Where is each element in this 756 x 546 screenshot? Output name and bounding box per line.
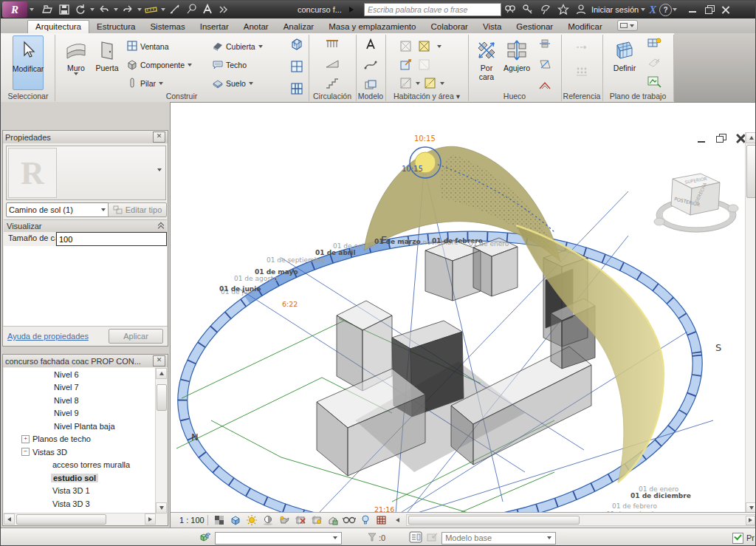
- tree-item-vistas-3d[interactable]: −Vistas 3D: [4, 446, 156, 459]
- tab-colaborar[interactable]: Colaborar: [423, 21, 475, 33]
- scroll-down-icon[interactable]: [156, 502, 167, 513]
- tree-item-nivel-planta-baja[interactable]: Nivel Planta baja: [4, 420, 156, 433]
- search-icon[interactable]: [501, 2, 519, 17]
- vertical-opening-icon[interactable]: [538, 58, 551, 73]
- worksets-icon[interactable]: [199, 531, 212, 545]
- modify-button[interactable]: Modificar: [13, 35, 44, 90]
- ribbon-state-toggle[interactable]: [617, 20, 638, 31]
- wall-button[interactable]: Muro: [61, 35, 91, 89]
- restore-button[interactable]: [704, 5, 715, 14]
- floor-button[interactable]: Suelo: [212, 75, 254, 92]
- window-button[interactable]: Ventana: [126, 38, 169, 55]
- search-input[interactable]: [364, 3, 501, 16]
- view-restore-button[interactable]: [715, 134, 727, 143]
- ref-point-icon[interactable]: [575, 66, 588, 81]
- analytical-model-icon[interactable]: [374, 513, 390, 527]
- ref-plane-icon[interactable]: [575, 42, 588, 55]
- press-drag-checkbox[interactable]: [732, 533, 743, 544]
- workplane-viewer-faded-icon[interactable]: [647, 57, 662, 70]
- help-caret-icon[interactable]: [673, 8, 677, 11]
- curtain-grid-icon[interactable]: [290, 60, 303, 76]
- temporary-hide-isolate-icon[interactable]: [341, 513, 357, 527]
- sync-icon[interactable]: [73, 2, 88, 17]
- tree-item-nivel-8[interactable]: Nivel 8: [4, 394, 156, 407]
- tree-item-nivel-7[interactable]: Nivel 7: [4, 381, 156, 395]
- redo-caret-icon[interactable]: [137, 8, 142, 11]
- panel-label-circulacion[interactable]: Circulación: [309, 91, 355, 102]
- favorites-star-icon[interactable]: [554, 2, 572, 17]
- text-icon[interactable]: [200, 2, 215, 17]
- measure-icon[interactable]: [144, 2, 159, 17]
- panel-label-hueco[interactable]: Hueco: [469, 91, 560, 102]
- tree-item-vista-3d-3[interactable]: Vista 3D 3: [4, 497, 156, 511]
- properties-help-link[interactable]: Ayuda de propiedades: [7, 332, 89, 341]
- apply-button[interactable]: Aplicar: [109, 329, 163, 344]
- sync-caret-icon[interactable]: [90, 8, 94, 11]
- expand-icon[interactable]: +: [21, 435, 30, 443]
- tab-sistemas[interactable]: Sistemas: [142, 21, 192, 33]
- app-menu-button[interactable]: R: [2, 1, 27, 18]
- shadows-icon[interactable]: [260, 513, 276, 527]
- view-cube[interactable]: SUPERIOR POSTERIOR DERECHA: [654, 174, 738, 232]
- view-vertical-scrollbar[interactable]: [745, 132, 756, 513]
- app-menu-caret-icon[interactable]: [30, 8, 34, 11]
- crop-view-icon[interactable]: [292, 513, 309, 527]
- sign-in-label[interactable]: Iniciar sesión: [591, 5, 639, 14]
- key-icon[interactable]: [519, 2, 537, 17]
- type-selector-preview[interactable]: R: [6, 146, 166, 200]
- scroll-up-icon[interactable]: [156, 368, 167, 379]
- tab-anotar[interactable]: Anotar: [236, 21, 276, 33]
- section-visualizar[interactable]: Visualizar: [4, 219, 167, 233]
- tag-icon[interactable]: [184, 2, 199, 17]
- properties-header[interactable]: Propiedades ✕: [3, 131, 168, 143]
- type-selector-caret-icon[interactable]: [157, 168, 162, 171]
- crop-region-icon[interactable]: [309, 513, 325, 527]
- view-scroll-up-icon[interactable]: [746, 132, 756, 143]
- shaft-button[interactable]: Agujero: [501, 35, 532, 89]
- toolbar-expand-icon[interactable]: [216, 2, 231, 17]
- design-option-combo[interactable]: Modelo base: [441, 532, 556, 545]
- area-boundary-icon[interactable]: [424, 77, 436, 91]
- tree-item-vista-3d-1[interactable]: Vista 3D 1: [4, 485, 156, 498]
- panel-label-plano-trabajo[interactable]: Plano de trabajo: [603, 91, 673, 102]
- view-scale[interactable]: 1 : 100: [179, 516, 205, 525]
- undo-icon[interactable]: [97, 2, 111, 17]
- tab-estructura[interactable]: Estructura: [89, 21, 142, 33]
- type-selector-combo[interactable]: Camino de sol (1): [6, 202, 109, 217]
- communication-icon[interactable]: [537, 2, 554, 17]
- scroll-left-icon[interactable]: [4, 513, 15, 525]
- selection-filter-icon[interactable]: [367, 532, 377, 544]
- view-h-thumb[interactable]: [408, 516, 580, 525]
- project-browser-close-icon[interactable]: ✕: [153, 355, 165, 366]
- scroll-thumb-h[interactable]: [16, 514, 106, 525]
- tree-item-estudio-sol[interactable]: estudio sol: [4, 471, 156, 485]
- door-button[interactable]: Puerta: [92, 35, 122, 89]
- redo-icon[interactable]: [120, 2, 135, 17]
- show-workplane-icon[interactable]: [647, 36, 662, 52]
- open-icon[interactable]: [41, 2, 55, 17]
- collapse-chevron-icon[interactable]: [159, 223, 164, 229]
- vcb-collapse-arrow-icon[interactable]: [390, 513, 406, 527]
- undo-caret-icon[interactable]: [114, 8, 118, 11]
- detail-level-icon[interactable]: [211, 513, 227, 527]
- tab-vista[interactable]: Vista: [475, 21, 509, 33]
- close-button[interactable]: [721, 5, 731, 14]
- view-horizontal-scrollbar[interactable]: [406, 514, 756, 526]
- view-scroll-right-icon[interactable]: [746, 516, 755, 525]
- user-icon[interactable]: [572, 2, 590, 17]
- view-minimize-button[interactable]: [696, 134, 708, 143]
- wall-opening-icon[interactable]: [538, 38, 551, 52]
- workplane-viewer-icon[interactable]: [647, 75, 662, 91]
- tree-item-planos-de-techo[interactable]: +Planos de techo: [4, 433, 156, 446]
- tab-arquitectura[interactable]: Arquitectura: [27, 20, 89, 33]
- tree-item-acceso-torres-muralla[interactable]: acceso torres muralla: [4, 459, 156, 472]
- pillar-button[interactable]: Pilar: [126, 75, 164, 92]
- scroll-thumb[interactable]: [157, 384, 167, 411]
- area-icon[interactable]: [399, 77, 412, 91]
- save-icon[interactable]: [57, 2, 72, 17]
- workset-combo[interactable]: [215, 532, 342, 545]
- collapse-icon[interactable]: −: [21, 448, 30, 456]
- room-separator-icon[interactable]: [418, 40, 430, 54]
- help-icon[interactable]: ?: [659, 4, 672, 16]
- drawing-area[interactable]: 10:15 10:15 6:22 21:16 E S N 01 de octub…: [171, 102, 756, 528]
